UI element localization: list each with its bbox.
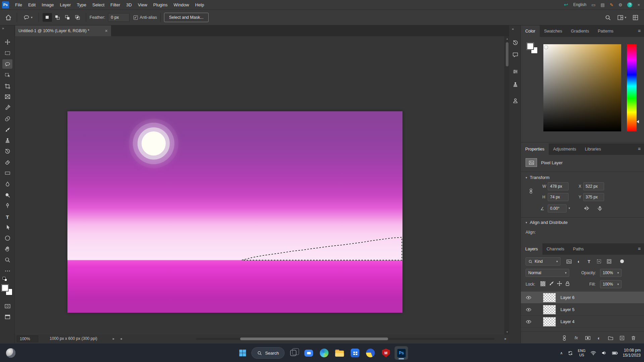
task-view-button[interactable] <box>287 346 300 360</box>
shape-ellipse-tool[interactable] <box>2 233 12 243</box>
add-to-selection-button[interactable] <box>53 13 62 22</box>
expand-panels-icon[interactable]: « <box>512 27 514 31</box>
filter-shape-layers-icon[interactable] <box>595 257 603 265</box>
tab-channels[interactable]: Channels <box>542 243 569 255</box>
quick-mask-button[interactable] <box>2 301 12 311</box>
sync-status-icon[interactable] <box>568 350 573 356</box>
transform-section-header[interactable]: ▾ Transform <box>526 175 549 180</box>
menu-layer[interactable]: Layer <box>57 0 74 10</box>
layer-row[interactable]: Layer 6 <box>521 292 644 304</box>
clone-stamp-tool[interactable] <box>2 135 12 145</box>
clone-source-panel-icon[interactable] <box>511 80 520 88</box>
photoshop-app-logo[interactable]: Ps <box>2 1 9 8</box>
file-explorer-button[interactable] <box>333 346 346 360</box>
new-layer-icon[interactable] <box>618 334 626 342</box>
document-tab[interactable]: Untitled-1 @ 100% (Layer 6, RGB/8) * × <box>15 25 111 36</box>
undo-icon[interactable]: ↩ <box>564 2 568 8</box>
layer-styles-icon[interactable]: fx <box>573 334 580 342</box>
edit-toolbar-button[interactable] <box>2 266 12 276</box>
filter-pixel-layers-icon[interactable] <box>565 257 573 265</box>
lock-transparency-icon[interactable] <box>540 281 545 286</box>
tab-gradients[interactable]: Gradients <box>567 25 593 37</box>
path-selection-tool[interactable] <box>2 223 12 232</box>
gradient-tool[interactable] <box>2 168 12 178</box>
zoom-level-field[interactable]: 100% <box>17 336 38 342</box>
layer-name[interactable]: Layer 6 <box>560 295 575 300</box>
menu-filter[interactable]: Filter <box>107 0 123 10</box>
microsoft-store-button[interactable] <box>348 346 362 360</box>
delete-layer-icon[interactable] <box>630 334 637 342</box>
lasso-tool-preset[interactable]: ▾ <box>20 12 35 22</box>
menu-view[interactable]: View <box>135 0 150 10</box>
brush-tool[interactable] <box>2 125 12 134</box>
menu-help[interactable]: Help <box>192 0 207 10</box>
foreground-color-swatch[interactable] <box>2 285 8 291</box>
mcafee-button[interactable]: M <box>379 346 393 360</box>
layer-thumbnail[interactable] <box>543 293 556 302</box>
menu-file[interactable]: File <box>12 0 25 10</box>
new-selection-button[interactable] <box>43 13 52 22</box>
blend-mode-dropdown[interactable]: Normal ▾ <box>526 269 569 277</box>
search-icon[interactable] <box>605 14 611 21</box>
scroll-right-icon[interactable]: ▸ <box>504 337 506 341</box>
flip-vertical-button[interactable] <box>597 205 603 212</box>
color-picker-cursor[interactable] <box>544 46 548 49</box>
foreground-background-swatches[interactable] <box>2 285 13 296</box>
scroll-up-icon[interactable]: ▴ <box>505 37 509 40</box>
link-dimensions-icon[interactable] <box>528 184 534 198</box>
foreground-color-swatch[interactable] <box>527 43 534 50</box>
horizontal-scrollbar-thumb[interactable] <box>240 338 388 340</box>
eyedropper-tool[interactable] <box>2 103 12 112</box>
hue-slider[interactable] <box>627 44 637 131</box>
frame-tool[interactable] <box>2 92 12 101</box>
lock-position-icon[interactable] <box>556 281 562 287</box>
healing-brush-tool[interactable] <box>2 114 12 123</box>
crop-tool[interactable] <box>2 81 12 91</box>
menu-select[interactable]: Select <box>89 0 107 10</box>
layer-filter-kind-dropdown[interactable]: Kind ▾ <box>526 257 560 265</box>
wifi-icon[interactable] <box>590 350 596 356</box>
battery-icon[interactable] <box>612 350 618 356</box>
subtract-from-selection-button[interactable] <box>63 13 72 22</box>
layers-panel-menu-icon[interactable]: ≡ <box>638 246 641 251</box>
filter-smart-objects-icon[interactable] <box>605 257 613 265</box>
close-icon[interactable]: × <box>637 2 640 7</box>
tab-patterns[interactable]: Patterns <box>593 25 618 37</box>
pen-tool[interactable] <box>2 201 12 210</box>
link-layers-icon[interactable] <box>560 334 568 342</box>
comments-panel-icon[interactable] <box>511 50 520 59</box>
tab-swatches[interactable]: Swatches <box>540 25 567 37</box>
settings-gear-icon[interactable]: ⚙ <box>619 2 623 7</box>
pencil-icon[interactable]: ✎ <box>610 2 613 7</box>
move-tool[interactable] <box>2 37 12 47</box>
start-button[interactable] <box>236 346 249 360</box>
home-button[interactable] <box>3 12 13 22</box>
screen-mode-button[interactable] <box>2 312 12 321</box>
zoom-tool[interactable] <box>2 255 12 264</box>
layer-name[interactable]: Layer 5 <box>560 307 575 312</box>
eraser-tool[interactable] <box>2 158 12 167</box>
lock-paint-icon[interactable] <box>548 281 554 287</box>
menu-plugins[interactable]: Plugins <box>150 0 171 10</box>
tab-adjustments[interactable]: Adjustments <box>549 143 581 155</box>
canvas-image[interactable] <box>67 111 402 313</box>
visibility-eye-icon[interactable] <box>526 307 532 313</box>
language-indicator[interactable]: ENG US <box>578 349 586 357</box>
visibility-eye-icon[interactable] <box>526 319 532 325</box>
browser-button[interactable] <box>364 346 377 360</box>
hue-slider-marker[interactable] <box>637 120 639 123</box>
layer-name[interactable]: Layer 4 <box>560 319 575 324</box>
align-section-header[interactable]: ▾ Align and Distribute <box>526 220 568 225</box>
width-field[interactable]: 478 px <box>548 182 569 190</box>
rotation-dropdown-icon[interactable]: ▾ <box>569 206 570 210</box>
menu-type[interactable]: Type <box>74 0 89 10</box>
photoshop-taskbar-button[interactable]: Ps <box>395 346 408 360</box>
y-field[interactable]: 375 px <box>583 193 604 201</box>
layer-thumbnail[interactable] <box>543 317 556 326</box>
teams-chat-button[interactable] <box>302 346 316 360</box>
search-box[interactable]: Search <box>251 347 284 359</box>
hand-tool[interactable] <box>2 244 12 253</box>
flip-horizontal-button[interactable] <box>583 205 590 212</box>
language-label[interactable]: English <box>573 2 586 7</box>
height-field[interactable]: 74 px <box>548 193 569 201</box>
